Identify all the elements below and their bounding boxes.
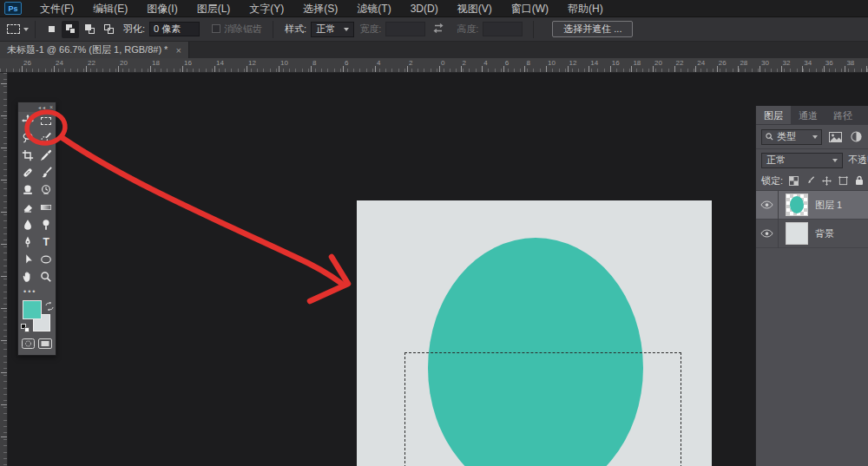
hand-tool[interactable] [18,268,37,286]
zoom-tool[interactable] [37,268,56,286]
visibility-toggle[interactable] [756,191,779,220]
width-label: 宽度: [359,23,381,36]
clone-stamp-tool[interactable] [18,181,37,199]
height-input[interactable] [483,22,523,36]
blend-mode-select[interactable]: 正常 [761,153,843,168]
workspace [8,73,868,466]
rectangular-marquee-tool[interactable] [37,112,56,129]
edit-toolbar-button[interactable]: ••• [18,286,56,297]
close-panel-icon[interactable]: × [49,104,53,110]
tool-options-bar: 羽化: 消除锯齿 样式: 正常 宽度: 高度: 选择并遮住 ... [0,17,868,42]
layer-row-background[interactable]: 背景 [756,220,868,248]
menu-filter[interactable]: 滤镜(T) [347,0,400,17]
menu-file[interactable]: 文件(F) [30,0,83,17]
separator [35,21,36,38]
document-tab-bar: 未标题-1 @ 66.7% (图层 1, RGB/8#) * × [0,42,868,58]
new-selection-button[interactable] [43,21,60,38]
chevron-down-icon [812,135,818,139]
layer-name[interactable]: 背景 [815,227,834,240]
lock-transparency-icon[interactable] [787,173,799,188]
tab-layers[interactable]: 图层 [756,106,791,124]
tool-preset-picker[interactable] [7,24,29,34]
document-title: 未标题-1 @ 66.7% (图层 1, RGB/8#) * [7,43,168,56]
blend-mode-row: 正常 不透明度 [756,149,868,171]
selection-marquee [404,352,681,466]
visibility-toggle[interactable] [756,220,779,248]
toolbox-footer [18,338,56,355]
separator [533,21,534,38]
ellipse-shape-tool[interactable] [37,251,56,268]
menu-edit[interactable]: 编辑(E) [83,0,137,17]
menu-help[interactable]: 帮助(H) [558,0,613,17]
swap-colors-icon[interactable] [45,299,54,314]
type-tool[interactable]: T [37,233,56,251]
menu-3d[interactable]: 3D(D) [401,0,448,17]
feather-label: 羽化: [123,23,145,36]
separator [273,21,273,38]
menu-view[interactable]: 视图(V) [448,0,502,17]
style-label: 样式: [285,23,306,36]
lock-all-icon[interactable] [853,173,865,188]
canvas[interactable] [357,200,712,466]
subtract-from-selection-button[interactable] [81,21,98,38]
quick-mask-mode-button[interactable] [22,337,35,352]
move-tool[interactable] [18,112,37,129]
width-input[interactable] [385,22,425,36]
photoshop-logo-icon[interactable]: Ps [4,2,22,15]
opacity-label: 不透明度 [848,154,868,167]
lasso-tool[interactable] [18,129,37,147]
search-icon [766,133,773,141]
add-to-selection-button[interactable] [62,21,79,38]
screen-mode-button[interactable] [38,337,52,352]
menu-select[interactable]: 选择(S) [293,0,347,17]
tab-channels[interactable]: 通道 [791,106,825,124]
select-and-mask-button[interactable]: 选择并遮住 ... [552,21,633,37]
filter-adjustment-layers-icon[interactable] [848,129,864,145]
eraser-tool[interactable] [18,199,37,216]
chevron-down-icon [344,28,349,31]
checkbox-icon [212,24,220,33]
menu-window[interactable]: 窗口(W) [502,0,558,17]
tab-paths[interactable]: 路径 [825,106,860,124]
filter-type-select[interactable]: 类型 [761,129,822,145]
lock-pixels-icon[interactable] [804,173,816,188]
feather-input[interactable] [149,22,200,36]
lock-position-icon[interactable] [820,173,832,188]
horizontal-ruler[interactable]: 2624222018161412108642024681012141618202… [0,58,868,73]
filter-pixel-layers-icon[interactable] [827,129,843,145]
layer-name[interactable]: 图层 1 [815,199,842,212]
history-brush-tool[interactable] [37,181,56,199]
intersect-selection-button[interactable] [100,21,117,38]
collapse-panel-icon[interactable]: ◄◄ [37,105,46,110]
vertical-ruler[interactable] [0,73,8,466]
document-tab[interactable]: 未标题-1 @ 66.7% (图层 1, RGB/8#) * × [0,42,189,58]
swap-width-height-icon[interactable] [432,23,444,35]
foreground-color-swatch[interactable] [23,300,42,319]
gradient-tool[interactable] [37,199,56,216]
spot-healing-brush-tool[interactable] [18,164,37,181]
default-colors-icon[interactable] [21,324,30,332]
teal-circle-thumb [790,196,804,213]
layer-row-layer1[interactable]: 图层 1 [756,191,868,220]
style-select[interactable]: 正常 [311,22,354,37]
layer-thumbnail[interactable] [786,194,808,216]
brush-tool[interactable] [37,164,56,181]
menu-image[interactable]: 图像(I) [137,0,187,17]
lock-artboard-icon[interactable] [837,173,849,188]
antialias-checkbox[interactable]: 消除锯齿 [212,23,262,36]
quick-selection-tool[interactable] [37,129,56,147]
tool-grid: T [18,112,56,286]
menu-layer[interactable]: 图层(L) [187,0,240,17]
menu-bar: Ps 文件(F) 编辑(E) 图像(I) 图层(L) 文字(Y) 选择(S) 滤… [0,0,868,17]
layer-thumbnail[interactable] [786,222,808,245]
blur-tool[interactable] [18,216,37,233]
pen-tool[interactable] [18,233,37,251]
lock-label: 锁定: [761,174,783,187]
path-selection-tool[interactable] [18,251,37,268]
dodge-tool[interactable] [37,216,56,233]
eyedropper-tool[interactable] [37,147,56,164]
close-tab-icon[interactable]: × [175,45,181,56]
crop-tool[interactable] [18,147,37,164]
marquee-icon [41,117,51,125]
menu-type[interactable]: 文字(Y) [240,0,293,17]
